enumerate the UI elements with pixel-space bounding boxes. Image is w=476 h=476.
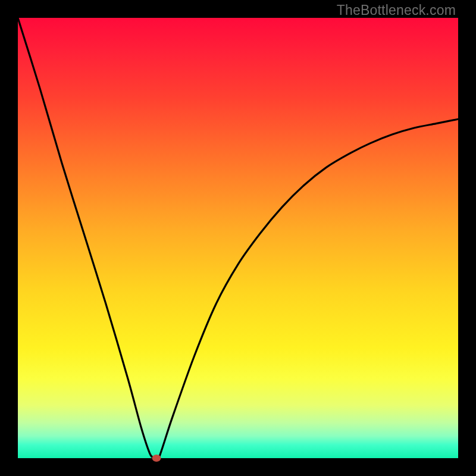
watermark-text: TheBottleneck.com xyxy=(337,2,456,18)
curve-svg xyxy=(18,18,458,458)
bottleneck-curve xyxy=(18,18,458,461)
chart-container: TheBottleneck.com xyxy=(0,0,476,476)
plot-area xyxy=(18,18,458,458)
minimum-marker xyxy=(152,455,161,462)
